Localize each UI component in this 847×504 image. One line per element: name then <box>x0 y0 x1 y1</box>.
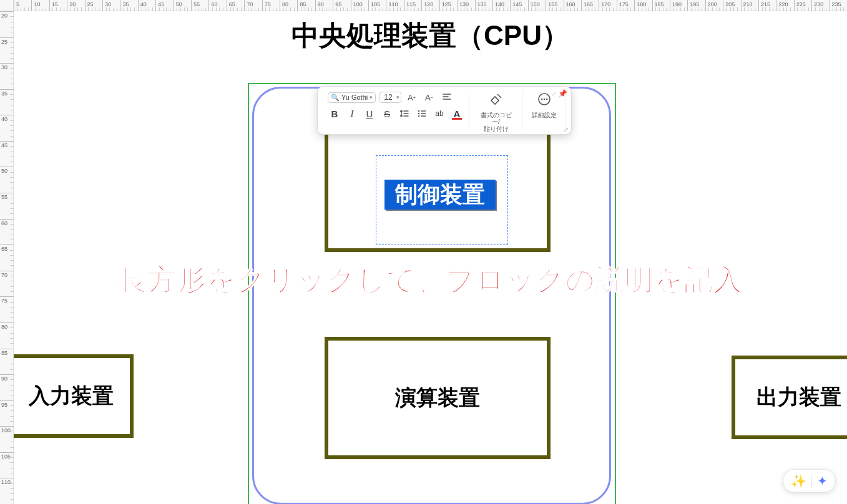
font-size-select[interactable]: 12 ▾ <box>379 92 401 103</box>
format-painter-label: 書式のコピー/ 貼り付け <box>478 112 514 132</box>
font-family-value: Yu Gothi <box>341 94 368 101</box>
ruler-horizontal: 5101520253035404550556065707580859095100… <box>14 0 847 11</box>
line-spacing-button[interactable] <box>398 107 411 120</box>
arithmetic-unit-block[interactable]: 演算装置 <box>325 337 551 459</box>
ruler-vertical: 2025303540455055606570758085909510010511… <box>0 11 14 504</box>
chevron-down-icon: ▾ <box>396 94 399 100</box>
font-color-a: A <box>454 109 461 119</box>
decrease-font-button[interactable]: A− <box>423 90 436 104</box>
output-device-block[interactable]: 出力装置 <box>732 356 847 439</box>
italic-button[interactable]: I <box>345 107 359 120</box>
superscript-button[interactable]: ab <box>433 107 446 120</box>
bullets-icon <box>417 109 427 119</box>
font-color-swatch <box>452 118 462 120</box>
font-color-button[interactable]: A <box>450 107 464 120</box>
increase-font-button[interactable]: A+ <box>405 90 419 104</box>
search-icon: 🔍 <box>331 94 340 102</box>
font-size-value: 12 <box>384 93 392 102</box>
more-options-label: 詳細設定 <box>532 112 557 119</box>
svg-point-1 <box>418 113 419 114</box>
more-icon <box>537 92 552 110</box>
pin-icon[interactable]: ⟋📌 <box>551 89 567 98</box>
control-unit-label-selected[interactable]: 制御装置 <box>384 180 496 210</box>
svg-point-2 <box>418 115 419 117</box>
bullets-button[interactable] <box>415 107 429 120</box>
input-device-block[interactable]: 入力装置 <box>9 354 134 438</box>
svg-point-0 <box>418 110 419 112</box>
assistant-fab: ✨ ✦ <box>783 469 836 493</box>
align-left-icon <box>442 92 452 102</box>
align-button[interactable] <box>440 90 454 104</box>
arithmetic-unit-label: 演算装置 <box>395 384 480 412</box>
svg-point-4 <box>541 99 543 100</box>
line-spacing-icon <box>399 109 409 119</box>
divider <box>811 475 812 487</box>
page-title[interactable]: 中央処理装置（CPU） <box>14 17 847 54</box>
paintbrush-icon <box>489 92 504 110</box>
chevron-down-icon: ▾ <box>370 94 373 100</box>
output-device-label: 出力装置 <box>756 383 841 412</box>
underline-button[interactable]: U <box>363 107 376 120</box>
bold-button[interactable]: B <box>328 107 341 120</box>
ai-star-icon[interactable]: ✦ <box>817 473 828 488</box>
drawing-canvas[interactable]: 中央処理装置（CPU） 制御装置 長方形をクリックして、ブロックの説明を記入 演… <box>14 11 847 504</box>
input-device-label: 入力装置 <box>29 382 114 410</box>
ruler-corner <box>0 0 14 11</box>
formatting-toolbar: ⟋📌 🔍 Yu Gothi ▾ 12 ▾ A+ A− B <box>317 86 572 135</box>
control-unit-label: 制御装置 <box>395 180 485 210</box>
expand-icon[interactable]: ⤢ <box>564 126 569 133</box>
strikethrough-button[interactable]: S <box>380 107 394 120</box>
svg-point-6 <box>546 99 548 100</box>
svg-point-5 <box>544 99 546 100</box>
format-painter-button[interactable]: 書式のコピー/ 貼り付け <box>474 90 517 133</box>
ai-sparkle-icon[interactable]: ✨ <box>791 473 806 488</box>
instruction-text: 長方形をクリックして、ブロックの説明を記入 <box>32 261 828 299</box>
font-family-select[interactable]: 🔍 Yu Gothi ▾ <box>328 92 376 103</box>
